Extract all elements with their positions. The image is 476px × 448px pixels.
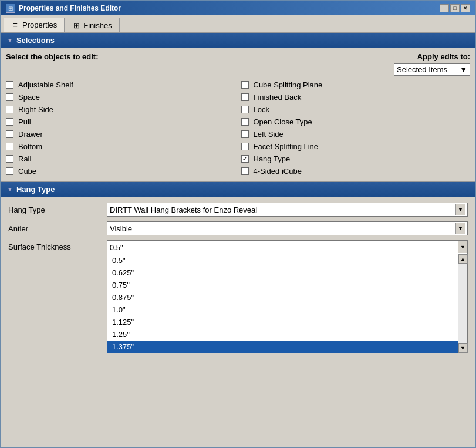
scroll-up-icon[interactable]: ▲ <box>458 254 468 264</box>
list-item: Left Side <box>241 129 471 140</box>
hang-type-property-row: Hang Type DIRTT Wall Hang Brackets for E… <box>8 203 468 217</box>
finished-back-checkbox[interactable] <box>241 93 249 101</box>
list-item: Right Side <box>6 104 235 115</box>
lock-label: Lock <box>254 105 269 114</box>
hang-type-section-header: ▼ Hang Type <box>1 182 475 197</box>
apply-edits-dropdown[interactable]: Selected Items ▼ <box>394 63 470 76</box>
space-label: Space <box>18 93 40 102</box>
list-item: Space <box>6 92 235 103</box>
antler-control: Visible ▼ <box>107 221 468 235</box>
list-item: 4-Sided iCube <box>241 166 471 177</box>
open-close-type-label: Open Close Type <box>254 117 312 126</box>
antler-select-value: Visible <box>110 224 132 233</box>
right-side-checkbox[interactable] <box>6 106 13 113</box>
hang-type-chevron-icon: ▼ <box>7 186 13 193</box>
drawer-label: Drawer <box>18 130 43 139</box>
selections-chevron-icon: ▼ <box>7 37 13 43</box>
selections-area: Select the objects to edit: Apply edits … <box>1 48 475 181</box>
hang-type-label: Hang Type <box>254 154 291 163</box>
list-item[interactable]: 0.625" <box>107 267 458 279</box>
antler-property-row: Antler Visible ▼ <box>8 221 468 235</box>
finished-back-label: Finished Back <box>254 93 302 102</box>
surface-thickness-value: 0.5" <box>110 243 123 252</box>
apply-edits-label: Apply edits to: <box>417 52 470 61</box>
open-close-type-checkbox[interactable] <box>241 118 249 126</box>
list-item[interactable]: 1.25" <box>107 328 458 341</box>
list-item: Lock <box>241 104 471 115</box>
select-objects-label: Select the objects to edit: <box>6 52 98 61</box>
left-side-checkbox[interactable] <box>241 130 249 138</box>
4-sided-icube-checkbox[interactable] <box>241 167 249 175</box>
window-icon: ⊞ <box>6 4 15 13</box>
cube-splitting-plane-label: Cube Splitting Plane <box>254 80 323 89</box>
title-bar-left: ⊞ Properties and Finishes Editor <box>6 4 121 13</box>
list-item: Bottom <box>6 141 235 152</box>
list-item: Rail <box>6 153 235 164</box>
surface-thickness-list: 0.5" 0.625" 0.75" 0.875" 1.0" 1.125" 1.2… <box>107 254 458 353</box>
tab-properties[interactable]: ≡ Properties <box>4 18 65 32</box>
tab-bar: ≡ Properties ⊞ Finishes <box>1 15 475 33</box>
bottom-label: Bottom <box>18 142 42 151</box>
surface-thickness-list-wrapper: 0.5" 0.625" 0.75" 0.875" 1.0" 1.125" 1.2… <box>107 254 468 353</box>
facet-splitting-line-checkbox[interactable] <box>241 143 249 150</box>
list-item: Pull <box>6 116 235 127</box>
drawer-checkbox[interactable] <box>6 130 13 138</box>
list-item[interactable]: 1.125" <box>107 316 458 328</box>
main-window: ⊞ Properties and Finishes Editor _ □ ✕ ≡… <box>0 0 476 448</box>
hang-type-control: DIRTT Wall Hang Brackets for Enzo Reveal… <box>107 203 468 217</box>
window-title: Properties and Finishes Editor <box>19 4 121 12</box>
properties-tab-icon: ≡ <box>11 21 19 29</box>
list-item: Adjustable Shelf <box>6 79 235 90</box>
tab-finishes-label: Finishes <box>83 21 112 30</box>
cube-label: Cube <box>18 167 36 176</box>
hang-type-section: ▼ Hang Type Hang Type DIRTT Wall Hang Br… <box>1 182 475 359</box>
list-item[interactable]: 0.875" <box>107 291 458 304</box>
list-item: Drawer <box>6 129 235 140</box>
rail-label: Rail <box>18 154 31 163</box>
pull-label: Pull <box>18 117 31 126</box>
cube-checkbox[interactable] <box>6 167 13 175</box>
adjustable-shelf-checkbox[interactable] <box>6 81 13 89</box>
apply-edits-value: Selected Items <box>397 65 447 74</box>
antler-select[interactable]: Visible ▼ <box>107 221 468 235</box>
bottom-checkbox[interactable] <box>6 143 13 150</box>
hang-type-select-arrow-icon: ▼ <box>455 204 465 215</box>
title-bar: ⊞ Properties and Finishes Editor _ □ ✕ <box>1 1 475 15</box>
list-item: Finished Back <box>241 92 471 103</box>
pull-checkbox[interactable] <box>6 118 13 126</box>
finishes-tab-icon: ⊞ <box>72 21 80 29</box>
maximize-button[interactable]: □ <box>450 4 460 12</box>
minimize-button[interactable]: _ <box>440 4 449 12</box>
list-item: Cube <box>6 166 235 177</box>
tab-finishes[interactable]: ⊞ Finishes <box>65 18 119 32</box>
main-content: ▼ Selections Select the objects to edit:… <box>1 33 475 447</box>
cube-splitting-plane-checkbox[interactable] <box>241 81 249 89</box>
hang-type-checkbox[interactable] <box>241 155 249 163</box>
list-item[interactable]: 1.0" <box>107 304 458 316</box>
rail-checkbox[interactable] <box>6 155 13 163</box>
left-side-label: Left Side <box>254 130 283 139</box>
space-checkbox[interactable] <box>6 93 13 101</box>
adjustable-shelf-label: Adjustable Shelf <box>18 80 73 89</box>
list-item: Open Close Type <box>241 116 471 127</box>
surface-scrollbar: ▲ ▼ <box>458 254 467 353</box>
tab-properties-label: Properties <box>22 21 57 29</box>
list-item-selected[interactable]: 1.375" <box>107 341 458 353</box>
hang-type-property-label: Hang Type <box>8 206 102 214</box>
close-button[interactable]: ✕ <box>461 4 470 12</box>
list-item[interactable]: 0.75" <box>107 279 458 291</box>
surface-thickness-row: Surface Thickness 0.5" ▼ 0.5" 0.625" 0.7… <box>8 240 468 353</box>
surface-thickness-arrow-icon: ▼ <box>458 241 467 253</box>
scroll-track[interactable] <box>458 264 467 343</box>
list-item[interactable]: 0.5" <box>107 254 458 267</box>
antler-property-label: Antler <box>8 224 102 233</box>
lock-checkbox[interactable] <box>241 106 249 113</box>
hang-type-select[interactable]: DIRTT Wall Hang Brackets for Enzo Reveal… <box>107 203 468 217</box>
4-sided-icube-label: 4-Sided iCube <box>254 167 302 176</box>
selections-header-row: Select the objects to edit: Apply edits … <box>6 52 470 76</box>
list-item: Hang Type <box>241 153 471 164</box>
hang-type-header-label: Hang Type <box>16 185 55 194</box>
selections-section-header: ▼ Selections <box>1 33 475 48</box>
surface-thickness-select[interactable]: 0.5" ▼ <box>107 240 468 254</box>
scroll-down-icon[interactable]: ▼ <box>458 343 468 353</box>
